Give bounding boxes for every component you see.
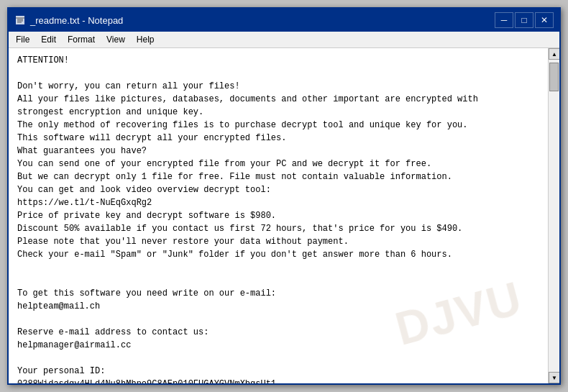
menu-help[interactable]: Help — [132, 33, 159, 46]
scroll-up-button[interactable]: ▲ — [549, 48, 559, 60]
window-controls: ─ □ ✕ — [495, 12, 554, 28]
scroll-down-button[interactable]: ▼ — [549, 372, 559, 383]
text-editor[interactable]: ATTENTION! Don't worry, you can return a… — [9, 48, 548, 383]
window-icon — [14, 14, 26, 26]
content-area: ATTENTION! Don't worry, you can return a… — [9, 48, 559, 383]
menu-file[interactable]: File — [12, 33, 34, 46]
notepad-window: _readme.txt - Notepad ─ □ ✕ File Edit Fo… — [7, 7, 561, 385]
title-bar: _readme.txt - Notepad ─ □ ✕ — [9, 9, 559, 32]
window-title: _readme.txt - Notepad — [30, 15, 495, 26]
scrollbar-thumb[interactable] — [549, 63, 559, 91]
close-button[interactable]: ✕ — [535, 12, 554, 28]
svg-rect-0 — [16, 16, 24, 24]
maximize-button[interactable]: □ — [515, 12, 533, 28]
menu-view[interactable]: View — [102, 33, 129, 46]
minimize-button[interactable]: ─ — [495, 12, 513, 28]
menu-edit[interactable]: Edit — [37, 33, 60, 46]
menu-format[interactable]: Format — [63, 33, 99, 46]
scrollbar-track[interactable] — [549, 60, 559, 372]
menu-bar: File Edit Format View Help — [9, 32, 559, 48]
scrollbar: ▲ ▼ — [548, 48, 559, 383]
